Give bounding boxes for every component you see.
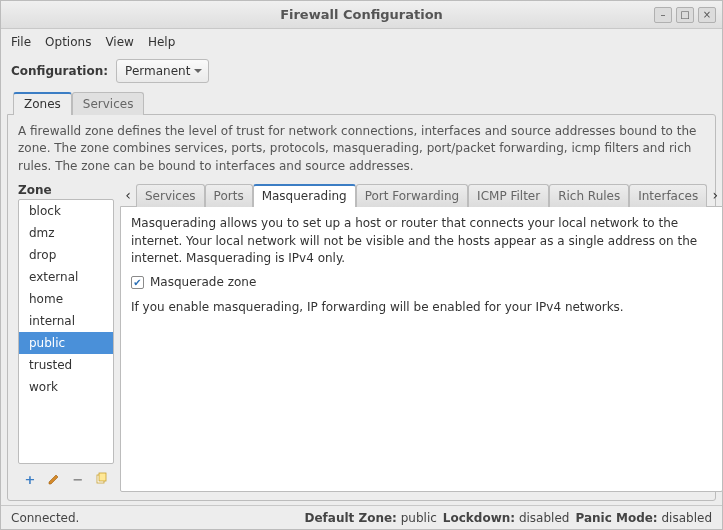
main-notebook: Zones Services A firewalld zone defines … bbox=[7, 91, 716, 501]
zone-item-dmz[interactable]: dmz bbox=[19, 222, 113, 244]
svg-rect-1 bbox=[99, 473, 106, 481]
minimize-button[interactable]: – bbox=[654, 7, 672, 23]
masquerading-description: Masquerading allows you to set up a host… bbox=[131, 215, 712, 267]
zone-item-drop[interactable]: drop bbox=[19, 244, 113, 266]
panic-mode-value: disabled bbox=[661, 511, 712, 525]
scroll-left-icon[interactable]: ‹ bbox=[120, 187, 136, 203]
subtab-port-forwarding[interactable]: Port Forwarding bbox=[356, 184, 468, 207]
window-buttons: – □ × bbox=[654, 7, 716, 23]
configuration-row: Configuration: Permanent bbox=[1, 55, 722, 91]
default-zone-value: public bbox=[401, 511, 437, 525]
scroll-right-icon[interactable]: › bbox=[707, 187, 723, 203]
masquerade-zone-checkbox-row: ✔ Masquerade zone bbox=[131, 275, 712, 289]
zone-item-home[interactable]: home bbox=[19, 288, 113, 310]
menu-options[interactable]: Options bbox=[45, 35, 91, 49]
status-connection: Connected. bbox=[11, 511, 79, 525]
subtab-interfaces[interactable]: Interfaces bbox=[629, 184, 707, 207]
remove-zone-icon[interactable]: − bbox=[70, 471, 86, 487]
lockdown-label: Lockdown: bbox=[443, 511, 515, 525]
subtab-icmp-filter[interactable]: ICMP Filter bbox=[468, 184, 549, 207]
zone-toolbar: + − bbox=[18, 466, 114, 492]
main-tabs: Zones Services bbox=[7, 92, 716, 115]
zone-subtabs: ServicesPortsMasqueradingPort Forwarding… bbox=[136, 184, 707, 207]
menubar: File Options View Help bbox=[1, 29, 722, 55]
zone-item-trusted[interactable]: trusted bbox=[19, 354, 113, 376]
close-button[interactable]: × bbox=[698, 7, 716, 23]
maximize-button[interactable]: □ bbox=[676, 7, 694, 23]
masquerading-page: Masquerading allows you to set up a host… bbox=[120, 206, 723, 492]
subtab-services[interactable]: Services bbox=[136, 184, 205, 207]
zone-item-work[interactable]: work bbox=[19, 376, 113, 398]
window-title: Firewall Configuration bbox=[1, 7, 722, 22]
menu-view[interactable]: View bbox=[105, 35, 133, 49]
zone-panel: Zone blockdmzdropexternalhomeinternalpub… bbox=[18, 183, 114, 492]
configuration-select[interactable]: Permanent bbox=[116, 59, 209, 83]
default-zone-label: Default Zone: bbox=[304, 511, 396, 525]
copy-zone-icon[interactable] bbox=[94, 471, 110, 487]
zones-split: Zone blockdmzdropexternalhomeinternalpub… bbox=[18, 183, 705, 492]
menu-file[interactable]: File bbox=[11, 35, 31, 49]
status-bar: Connected. Default Zone: public Lockdown… bbox=[1, 505, 722, 529]
edit-zone-icon[interactable] bbox=[46, 471, 62, 487]
zone-item-public[interactable]: public bbox=[19, 332, 113, 354]
masquerade-zone-checkbox[interactable]: ✔ bbox=[131, 276, 144, 289]
zone-subtabs-row: ‹ ServicesPortsMasqueradingPort Forwardi… bbox=[120, 183, 723, 206]
configuration-selected: Permanent bbox=[125, 64, 190, 78]
zone-panel-label: Zone bbox=[18, 183, 114, 197]
subtab-ports[interactable]: Ports bbox=[205, 184, 253, 207]
titlebar: Firewall Configuration – □ × bbox=[1, 1, 722, 29]
configuration-label: Configuration: bbox=[11, 64, 108, 78]
application-window: Firewall Configuration – □ × File Option… bbox=[0, 0, 723, 530]
menu-help[interactable]: Help bbox=[148, 35, 175, 49]
tab-zones[interactable]: Zones bbox=[13, 92, 72, 115]
subtab-rich-rules[interactable]: Rich Rules bbox=[549, 184, 629, 207]
panic-mode-label: Panic Mode: bbox=[575, 511, 657, 525]
zone-list[interactable]: blockdmzdropexternalhomeinternalpublictr… bbox=[18, 199, 114, 464]
zone-item-external[interactable]: external bbox=[19, 266, 113, 288]
lockdown-value: disabled bbox=[519, 511, 570, 525]
add-zone-icon[interactable]: + bbox=[22, 471, 38, 487]
subtab-masquerading[interactable]: Masquerading bbox=[253, 184, 356, 207]
masquerade-zone-label: Masquerade zone bbox=[150, 275, 256, 289]
masquerading-note: If you enable masquerading, IP forwardin… bbox=[131, 299, 712, 316]
status-right: Default Zone: public Lockdown: disabled … bbox=[304, 511, 712, 525]
zone-item-block[interactable]: block bbox=[19, 200, 113, 222]
zones-description: A firewalld zone defines the level of tr… bbox=[18, 123, 705, 175]
tab-services[interactable]: Services bbox=[72, 92, 145, 115]
zones-page: A firewalld zone defines the level of tr… bbox=[7, 114, 716, 501]
zone-item-internal[interactable]: internal bbox=[19, 310, 113, 332]
zone-detail-panel: ‹ ServicesPortsMasqueradingPort Forwardi… bbox=[120, 183, 723, 492]
